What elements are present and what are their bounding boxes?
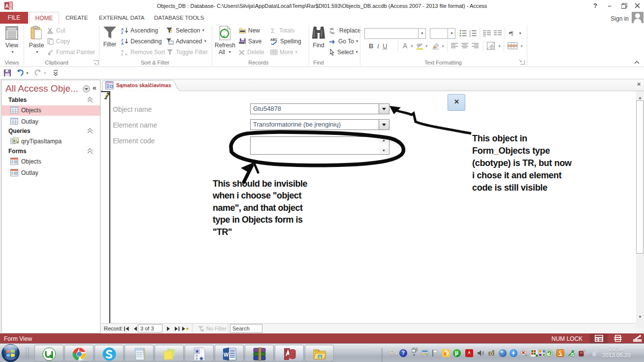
svg-text:Σ: Σ	[271, 27, 275, 34]
svg-text:A: A	[121, 28, 124, 31]
svg-text:¶: ¶	[511, 31, 514, 36]
svg-text:ABC: ABC	[270, 38, 277, 41]
svg-text:3: 3	[469, 34, 471, 37]
svg-text:ac: ac	[331, 31, 335, 34]
svg-text:W: W	[224, 352, 229, 358]
svg-text:A: A	[121, 42, 124, 45]
svg-text:ab: ab	[330, 27, 334, 31]
svg-text:Z: Z	[121, 38, 124, 42]
svg-text:A: A	[121, 49, 124, 53]
svg-text:Z: Z	[121, 31, 124, 34]
svg-text:A: A	[5, 3, 9, 9]
svg-text:Z: Z	[121, 53, 124, 56]
